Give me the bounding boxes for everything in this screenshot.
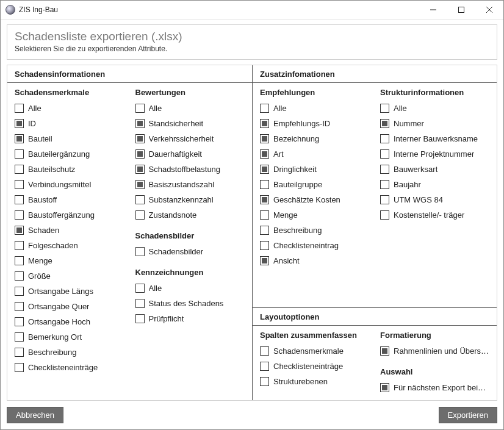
checkbox-icon[interactable] [260,377,269,386]
checkbox-row[interactable]: Verbindungsmittel [15,177,124,192]
checkbox-icon[interactable] [380,165,389,174]
checkbox-row[interactable]: Nummer [380,116,489,131]
checkbox-row[interactable]: Checklisteneinträge [15,360,124,375]
checkbox-icon[interactable] [15,226,24,235]
checkbox-row[interactable]: Art [260,146,369,162]
checkbox-row[interactable]: Baujahr [380,177,489,192]
checkbox-icon[interactable] [15,210,24,220]
checkbox-icon[interactable] [380,149,389,159]
checkbox-row[interactable]: Dauerhaftigkeit [135,146,245,162]
checkbox-row[interactable]: Standsicherheit [135,116,245,131]
checkbox-row[interactable]: Schadensbilder [135,244,245,259]
checkbox-row[interactable]: Checklisteneinträge [260,359,369,374]
checkbox-row[interactable]: Empfehlungs-ID [260,116,369,131]
checkbox-row[interactable]: Alle [260,101,369,116]
checkbox-row[interactable]: Bauteil [15,131,124,146]
checkbox-icon[interactable] [15,104,24,113]
checkbox-row[interactable]: Schadstoffbelastung [135,162,245,177]
checkbox-row[interactable]: Folgeschaden [15,238,124,253]
checkbox-icon[interactable] [135,134,145,143]
checkbox-row[interactable]: Status des Schadens [135,296,245,311]
checkbox-icon[interactable] [260,119,269,128]
checkbox-row[interactable]: Alle [135,101,245,116]
checkbox-row[interactable]: Baustoff [15,192,124,207]
checkbox-row[interactable]: Beschreibung [15,345,124,360]
checkbox-icon[interactable] [135,180,145,189]
checkbox-icon[interactable] [15,271,24,281]
checkbox-icon[interactable] [135,247,145,256]
checkbox-row[interactable]: Ansicht [260,253,369,268]
checkbox-row[interactable]: Zustandsnote [135,207,245,223]
checkbox-row[interactable]: Größe [15,268,124,284]
minimize-button[interactable] [419,1,447,19]
checkbox-icon[interactable] [135,104,145,113]
checkbox-icon[interactable] [15,195,24,204]
checkbox-icon[interactable] [260,210,269,220]
checkbox-row[interactable]: Ortsangabe Hoch [15,314,124,329]
checkbox-row[interactable]: Interne Projektnummer [380,146,489,162]
checkbox-icon[interactable] [135,284,145,293]
checkbox-icon[interactable] [15,287,24,296]
checkbox-icon[interactable] [15,363,24,372]
checkbox-icon[interactable] [380,180,389,189]
checkbox-row[interactable]: Geschätzte Kosten [260,192,369,207]
checkbox-row[interactable]: Für nächsten Export beibehalten [380,380,489,395]
checkbox-icon[interactable] [380,210,389,220]
checkbox-row[interactable]: Bauteilergänzung [15,146,124,162]
checkbox-row[interactable]: Verkehrssicherheit [135,131,245,146]
checkbox-icon[interactable] [260,149,269,159]
checkbox-icon[interactable] [260,241,269,250]
checkbox-row[interactable]: Baustoffergänzung [15,207,124,223]
maximize-button[interactable] [447,1,475,19]
checkbox-icon[interactable] [260,195,269,204]
checkbox-row[interactable]: Basiszustandszahl [135,177,245,192]
checkbox-icon[interactable] [15,134,24,143]
checkbox-row[interactable]: Kostenstelle/- träger [380,207,489,223]
checkbox-row[interactable]: Beschreibung [260,223,369,238]
checkbox-row[interactable]: UTM WGS 84 [380,192,489,207]
checkbox-icon[interactable] [135,165,145,174]
export-button[interactable]: Exportieren [439,407,497,423]
checkbox-icon[interactable] [135,149,145,159]
checkbox-icon[interactable] [15,165,24,174]
checkbox-row[interactable]: Menge [15,253,124,268]
checkbox-row[interactable]: Dringlichkeit [260,162,369,177]
checkbox-icon[interactable] [260,346,269,356]
checkbox-row[interactable]: ID [15,116,124,131]
checkbox-row[interactable]: Bemerkung Ort [15,329,124,345]
checkbox-row[interactable]: Bauteilgruppe [260,177,369,192]
checkbox-icon[interactable] [15,149,24,159]
checkbox-icon[interactable] [260,226,269,235]
checkbox-icon[interactable] [260,362,269,371]
checkbox-row[interactable]: Alle [15,101,124,116]
checkbox-row[interactable]: Substanzkennzahl [135,192,245,207]
checkbox-icon[interactable] [135,210,145,220]
checkbox-row[interactable]: Schaden [15,223,124,238]
checkbox-row[interactable]: Schadensmerkmale [260,343,369,359]
checkbox-icon[interactable] [135,195,145,204]
checkbox-row[interactable]: Alle [380,101,489,116]
checkbox-icon[interactable] [15,119,24,128]
checkbox-icon[interactable] [260,165,269,174]
checkbox-icon[interactable] [15,256,24,265]
checkbox-row[interactable]: Rahmenlinien und Überschrift [380,343,489,359]
close-button[interactable] [475,1,503,19]
checkbox-icon[interactable] [260,256,269,265]
checkbox-icon[interactable] [380,383,389,392]
checkbox-icon[interactable] [15,180,24,189]
checkbox-row[interactable]: Prüfpflicht [135,311,245,326]
checkbox-icon[interactable] [135,299,145,308]
cancel-button[interactable]: Abbrechen [7,407,63,423]
checkbox-row[interactable]: Bezeichnung [260,131,369,146]
checkbox-row[interactable]: Interner Bauwerksname [380,131,489,146]
checkbox-icon[interactable] [15,241,24,250]
checkbox-icon[interactable] [380,134,389,143]
checkbox-icon[interactable] [380,104,389,113]
checkbox-row[interactable]: Bauteilschutz [15,162,124,177]
checkbox-icon[interactable] [380,346,389,356]
checkbox-row[interactable]: Ortsangabe Längs [15,284,124,299]
checkbox-icon[interactable] [15,302,24,311]
checkbox-icon[interactable] [15,317,24,326]
checkbox-icon[interactable] [15,332,24,342]
checkbox-icon[interactable] [135,314,145,323]
